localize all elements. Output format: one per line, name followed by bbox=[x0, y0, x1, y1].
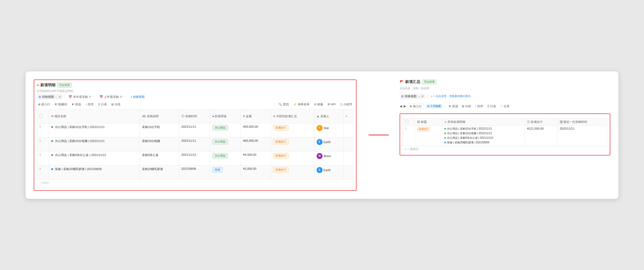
th-add[interactable]: + bbox=[343, 109, 353, 123]
row-name-cell[interactable]: 办公用品 | 采购10台电脑 | 2022/11/11 bbox=[49, 137, 140, 151]
search-btn[interactable]: 🔍 查找 bbox=[277, 102, 290, 107]
view-switcher-right[interactable]: ⊞ 排格视图 ⌄ ⚙ bbox=[400, 94, 425, 99]
buyer-info: S Star bbox=[317, 125, 329, 131]
plus-icon: + bbox=[130, 95, 132, 98]
right-panel-title: 款项汇总 bbox=[405, 79, 420, 84]
row-num-cell: 1 bbox=[37, 123, 49, 137]
rth-checkbox bbox=[403, 118, 415, 125]
share-btn[interactable]: ↗ 分享 bbox=[499, 104, 511, 109]
row-amount-cell: ¥4,500.00 bbox=[241, 151, 271, 165]
row-name-cell[interactable]: 办公用品 | 采购10台手机 | 2022/11/11 bbox=[49, 123, 140, 137]
filter-btn-right[interactable]: ▼ 筛选 bbox=[447, 104, 459, 109]
magic-form-btn[interactable]: ⚡ 神奇表单 bbox=[292, 102, 311, 107]
settings-icon2: ⚙ bbox=[89, 95, 91, 99]
row-name-cell[interactable]: 办公用品 | 采购5张办公桌 | 2021/11/12 bbox=[49, 151, 140, 165]
this-year-label: 本年度采购 bbox=[73, 95, 88, 99]
header-checkbox-r[interactable] bbox=[405, 120, 408, 123]
sort-icon: ↕ bbox=[85, 103, 87, 106]
th-desc: AE 采购说明 bbox=[140, 109, 179, 123]
sort-btn-left[interactable]: ↕ 排序 bbox=[84, 102, 95, 107]
row-name: 办公用品 | 采购5张办公桌 | 2021/11/12 bbox=[55, 153, 106, 157]
right-panel-subtitle: 点击此处，添加一段说明 bbox=[400, 86, 610, 90]
miniapp-btn[interactable]: ◻ 小程序 bbox=[339, 102, 353, 107]
nav-left-icon[interactable]: ◀ bbox=[400, 104, 402, 108]
row-amount-cell: ¥65,000.00 bbox=[241, 137, 271, 151]
settings-icon[interactable]: ⚙ bbox=[58, 95, 61, 99]
row-action-cell[interactable] bbox=[343, 137, 353, 151]
row-time-cell: 2022/11/11 bbox=[179, 137, 210, 151]
eye-icon2: 👁 bbox=[427, 105, 430, 108]
row-action-cell[interactable] bbox=[343, 165, 353, 179]
hide-col-btn[interactable]: 👁 隐藏列 bbox=[53, 102, 68, 107]
left-panel-badge: 可以管理 bbox=[57, 83, 72, 88]
row-use-cell: 装修 bbox=[210, 165, 241, 179]
insert-row-btn-right[interactable]: ⊕ 插入行 bbox=[408, 103, 424, 109]
buyer-name: Earth bbox=[324, 168, 331, 172]
row-height-btn-left[interactable]: ⇕ 行高 bbox=[97, 102, 108, 107]
mirror-icon: ⊘ bbox=[314, 103, 316, 106]
group-icon: ⊞ bbox=[111, 103, 114, 106]
th-checkbox bbox=[37, 109, 49, 123]
add-row-btn[interactable]: + + 添加行 bbox=[403, 146, 607, 152]
left-toolbar-bottom: ⊕ 插入行 👁 隐藏列 ▼ 筛选 ↕ 排序 ⇕ 行高 ⊞ 分组 bbox=[37, 102, 353, 107]
link-tag: 款项合计 bbox=[273, 167, 289, 172]
empty-cell: + 添加行 bbox=[37, 179, 353, 187]
use-tag: 办公用品 bbox=[212, 125, 228, 130]
table-row: 3 办公用品 | 采购5张办公桌 | 2021/11/12 采购5张公桌 202… bbox=[37, 151, 353, 165]
last-year-btn[interactable]: 📅 上年度采购 ⚙ ⋯ bbox=[98, 94, 127, 99]
sum-refs-cell: 办公用品 | 采购10台手机 | 2022/11/11 办公用品 | 采购10台… bbox=[442, 125, 525, 146]
sum-title-cell[interactable]: 款项合计 bbox=[415, 125, 442, 146]
sep3 bbox=[428, 94, 428, 98]
row-desc-cell: 采购10台手机 bbox=[140, 123, 179, 137]
create-view-label: 创建视图 bbox=[133, 95, 145, 99]
add-row-hint[interactable]: + 添加行 bbox=[39, 181, 50, 184]
left-panel-header: ■ 款项明细 可以管理 bbox=[37, 83, 353, 88]
nav-right-icon[interactable]: ▶ bbox=[404, 104, 406, 108]
ref-item: 装修 | 采购20桶乳胶漆 | 2021/08/06 bbox=[444, 141, 522, 144]
row-num-cell: 3 bbox=[37, 151, 49, 165]
insert-icon: ⊕ bbox=[38, 103, 40, 106]
row-desc-cell: 采购10台电脑 bbox=[140, 137, 179, 151]
th-link: ⊕ 关联到款项汇总 bbox=[271, 109, 314, 123]
api-btn[interactable]: ⚙ API bbox=[326, 102, 337, 107]
filter-btn-left[interactable]: ▼ 筛选 bbox=[70, 102, 82, 107]
sum-amount-cell: ¥121,500.00 bbox=[525, 125, 558, 146]
create-view-btn[interactable]: + 创建视图 bbox=[129, 94, 146, 99]
insert-label: 插入行 bbox=[413, 104, 422, 108]
row-name: 装修 | 采购20桶乳胶漆 | 2021/08/06 bbox=[55, 167, 102, 171]
row-name: 办公用品 | 采购10台电脑 | 2022/11/11 bbox=[55, 139, 105, 143]
calendar-icon2: 📅 bbox=[99, 95, 103, 99]
eye-icon: 👁 bbox=[54, 103, 57, 106]
right-panel-badge: 可以管理 bbox=[422, 79, 437, 84]
more-icon: ⋯ bbox=[92, 95, 95, 99]
row-action-cell[interactable] bbox=[343, 151, 353, 165]
rth-title: 回 标题 bbox=[415, 118, 442, 125]
settings-icon4[interactable]: ⚙ bbox=[421, 95, 424, 98]
amount-value: ¥2,000.00 bbox=[243, 167, 256, 170]
buyer-name: Star bbox=[324, 126, 329, 130]
row-action-cell[interactable] bbox=[343, 123, 353, 137]
grid-icon2: ⊞ bbox=[401, 95, 404, 98]
calendar-icon: 📅 bbox=[68, 95, 72, 99]
row-link-cell: 款项合计 bbox=[271, 151, 314, 165]
this-year-btn[interactable]: 📅 本年度采购 ⚙ ⋯ bbox=[67, 94, 96, 99]
header-checkbox[interactable] bbox=[39, 114, 43, 117]
insert-row-btn-left[interactable]: ⊕ 插入行 bbox=[37, 102, 51, 107]
last-year-label: 上年度采购 bbox=[104, 95, 119, 99]
row-height-btn-right[interactable]: ⇕ 行高 bbox=[486, 104, 497, 109]
right-panel-header: 🚩 款项汇总 可以管理 bbox=[400, 79, 610, 84]
mirror-btn[interactable]: ⊘ 镜像 bbox=[313, 102, 324, 107]
row-name-cell[interactable]: 装修 | 采购20桶乳胶漆 | 2021/08/06 bbox=[49, 165, 140, 179]
buyer-name: Earth bbox=[324, 140, 331, 144]
left-panel-title: 款项明细 bbox=[40, 83, 56, 88]
dot-green-icon bbox=[444, 137, 446, 139]
group-btn[interactable]: ⊞ 分组 bbox=[110, 102, 122, 107]
click-hint-btn[interactable]: + + 点击这里，变换新的展示形式 bbox=[430, 94, 472, 99]
group-btn-right[interactable]: ⊞ 分组 bbox=[461, 104, 472, 109]
ref-item: 办公用品 | 采购10台手机 | 2022/11/11 bbox=[444, 127, 522, 131]
col-badge[interactable]: 👁 1 列隐藏 bbox=[425, 104, 443, 108]
height-icon: ⇕ bbox=[98, 103, 100, 106]
sort-btn-right[interactable]: ↕ 排序 bbox=[474, 104, 484, 109]
chevron-icon: ⌄ bbox=[55, 95, 57, 99]
view-switcher-left[interactable]: ⊞ 排格视图 ⌄ ⚙ bbox=[37, 94, 63, 100]
